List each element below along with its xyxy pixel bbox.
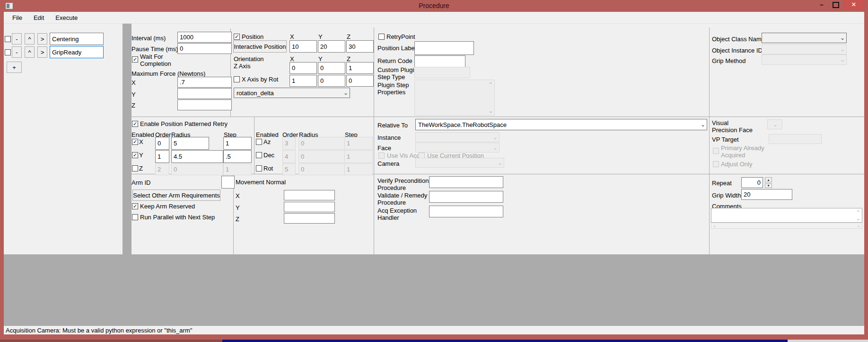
return-code-input[interactable] <box>414 55 465 67</box>
force-x-label: X <box>132 79 136 86</box>
visual-precision-face-label: Visual Precision Face <box>712 119 755 134</box>
step-up-button-2[interactable]: ^ <box>25 46 35 58</box>
position-label-input[interactable] <box>414 41 474 55</box>
position-y-input[interactable] <box>318 40 345 53</box>
x-axis-x-input[interactable] <box>289 75 317 87</box>
z-axis-z-input[interactable] <box>346 62 374 74</box>
retry-x-radius-input[interactable] <box>171 137 209 150</box>
x-axis-z-input[interactable] <box>346 75 374 87</box>
grip-width-input[interactable] <box>741 189 792 200</box>
relative-to-select[interactable]: TheWorkSpace.TheRobotSpace ⌄ <box>415 119 707 130</box>
retry-z-label: Z <box>139 165 143 172</box>
title-bar: Procedure – ✕ <box>0 0 868 12</box>
keep-arm-reserved-checkbox[interactable]: ✓ <box>132 203 138 209</box>
face-label: Face <box>377 144 391 152</box>
plugin-properties-textarea: ⌃ ⌄ <box>414 80 495 116</box>
scroll-left-icon[interactable]: ‹ <box>714 224 716 228</box>
retry-x-step-input[interactable] <box>223 137 252 150</box>
retry-rot-step-input <box>344 163 373 175</box>
step-remove-button-2[interactable]: - <box>12 46 22 58</box>
wait-for-completion-checkbox[interactable]: ✓ <box>132 56 138 63</box>
desktop-strip <box>788 340 868 342</box>
z-axis-y-input[interactable] <box>318 62 345 74</box>
retry-y-checkbox[interactable]: ✓ <box>132 152 138 158</box>
verify-preconditions-input[interactable] <box>429 176 503 188</box>
pause-time-input[interactable] <box>177 43 232 54</box>
retry-dec-checkbox[interactable] <box>256 152 262 158</box>
movement-z-input[interactable] <box>284 213 335 224</box>
validate-remedy-input[interactable] <box>429 191 503 203</box>
plus-icon: + <box>12 64 16 71</box>
maximize-button[interactable] <box>829 0 843 9</box>
movement-y-input[interactable] <box>284 202 335 212</box>
step-open-button-2[interactable]: > <box>37 46 47 58</box>
menu-edit[interactable]: Edit <box>31 13 47 22</box>
force-x-input[interactable] <box>177 77 232 88</box>
position-x-input[interactable] <box>289 40 317 53</box>
retry-x-checkbox[interactable]: ✓ <box>132 139 138 145</box>
position-checkbox[interactable]: ✓ <box>234 34 240 40</box>
run-parallel-checkbox[interactable] <box>132 214 138 220</box>
retrypoint-checkbox[interactable] <box>378 34 385 40</box>
retry-x-order-input[interactable] <box>155 137 169 150</box>
maximize-icon <box>833 2 839 8</box>
repeat-label: Repeat <box>712 180 732 187</box>
x-axis-y-input[interactable] <box>318 75 345 87</box>
position-z-input[interactable] <box>346 40 374 53</box>
menu-execute[interactable]: Execute <box>53 13 80 22</box>
rotation-delta-value: rotation_delta <box>237 90 274 97</box>
step-remove-button-1[interactable]: - <box>12 33 22 45</box>
menu-file[interactable]: File <box>9 13 25 22</box>
select-other-arm-requirements-button[interactable]: Select Other Arm Requirements <box>132 189 220 201</box>
retry-rot-checkbox[interactable] <box>256 165 262 171</box>
retry-y-step-input[interactable] <box>223 150 252 163</box>
step-add-button[interactable]: + <box>7 62 22 73</box>
scroll-right-icon[interactable]: › <box>858 224 859 228</box>
arm-id-input[interactable] <box>221 176 235 189</box>
step-name-input-2[interactable] <box>50 46 104 58</box>
movement-x-input[interactable] <box>284 190 335 200</box>
retry-rot-order-input <box>282 163 296 175</box>
scroll-up-icon[interactable]: ⌃ <box>489 82 493 87</box>
close-button[interactable]: ✕ <box>843 0 865 9</box>
camera-select: ⌄ <box>415 158 504 168</box>
retry-rot-radius-input <box>298 163 351 175</box>
divider <box>131 117 864 117</box>
rotation-delta-select[interactable]: rotation_delta ⌄ <box>234 88 350 98</box>
interval-input[interactable] <box>177 32 232 43</box>
acq-exception-handler-input[interactable] <box>429 206 503 217</box>
z-axis-x-input[interactable] <box>289 62 317 74</box>
step-up-button-1[interactable]: ^ <box>25 33 35 45</box>
force-y-input[interactable] <box>177 88 232 99</box>
right-icon: > <box>41 49 44 56</box>
chevron-down-icon: ⌄ <box>343 90 348 95</box>
object-class-name-select[interactable]: ⌄ <box>762 33 847 43</box>
step-checkbox-1[interactable] <box>5 36 11 42</box>
scroll-down-icon[interactable]: ⌄ <box>856 216 860 221</box>
comments-textarea[interactable]: ⌃ ⌄ <box>711 208 862 223</box>
scroll-down-icon[interactable]: ⌄ <box>489 108 493 113</box>
repeat-spin-down-button[interactable]: ▼ <box>765 183 772 188</box>
chevron-down-icon: ⌄ <box>840 57 845 62</box>
scroll-up-icon[interactable]: ⌃ <box>856 210 860 215</box>
force-z-input[interactable] <box>177 99 232 110</box>
retry-y-radius-input[interactable] <box>171 150 223 163</box>
comments-hscrollbar[interactable]: ‹ › <box>711 223 862 229</box>
orient-enabled-header: Enabled <box>256 131 279 138</box>
enable-patterned-retry-checkbox[interactable]: ✓ <box>132 121 138 127</box>
orient-x-header: X <box>290 55 294 63</box>
retry-z-checkbox[interactable] <box>132 165 138 171</box>
minimize-button[interactable]: – <box>815 0 829 9</box>
interactive-position-button[interactable]: Interactive Position <box>233 40 287 53</box>
step-open-button-1[interactable]: > <box>37 33 47 45</box>
retry-az-checkbox[interactable] <box>256 139 262 145</box>
x-axis-by-rot-checkbox[interactable] <box>234 76 240 82</box>
step-name-input-1[interactable] <box>50 33 104 45</box>
retry-y-order-input[interactable] <box>155 150 169 163</box>
repeat-spin-up-button[interactable]: ▲ <box>765 177 772 182</box>
retry-z-step-input <box>223 163 252 175</box>
step-checkbox-2[interactable] <box>5 49 11 55</box>
instance-select: ⌄ <box>415 132 500 142</box>
repeat-input[interactable] <box>741 177 763 188</box>
use-vis-acq-checkbox <box>378 153 385 159</box>
